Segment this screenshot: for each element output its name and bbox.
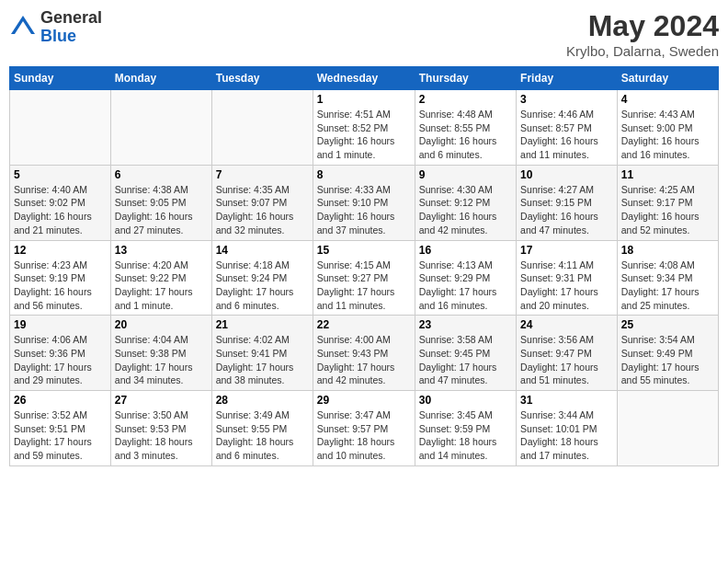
day-info: Sunrise: 4:51 AM Sunset: 8:52 PM Dayligh…	[317, 108, 411, 162]
day-info: Sunrise: 4:20 AM Sunset: 9:22 PM Dayligh…	[115, 259, 208, 313]
day-number: 4	[621, 93, 714, 106]
location: Krylbo, Dalarna, Sweden	[566, 43, 719, 59]
calendar-cell	[10, 90, 111, 166]
calendar-cell: 19Sunrise: 4:06 AM Sunset: 9:36 PM Dayli…	[10, 316, 111, 391]
day-info: Sunrise: 3:45 AM Sunset: 9:59 PM Dayligh…	[419, 408, 512, 463]
day-number: 28	[216, 394, 309, 407]
calendar-cell: 7Sunrise: 4:35 AM Sunset: 9:07 PM Daylig…	[211, 165, 313, 240]
weekday-header-wednesday: Wednesday	[313, 67, 415, 90]
day-info: Sunrise: 4:08 AM Sunset: 9:34 PM Dayligh…	[621, 259, 714, 313]
calendar-cell: 30Sunrise: 3:45 AM Sunset: 9:59 PM Dayli…	[415, 391, 516, 466]
day-info: Sunrise: 4:33 AM Sunset: 9:10 PM Dayligh…	[317, 183, 411, 237]
day-info: Sunrise: 3:44 AM Sunset: 10:01 PM Daylig…	[520, 408, 613, 463]
weekday-header-sunday: Sunday	[10, 67, 111, 90]
day-number: 9	[419, 168, 512, 181]
day-info: Sunrise: 4:30 AM Sunset: 9:12 PM Dayligh…	[419, 183, 512, 237]
logo-icon	[9, 14, 37, 41]
day-info: Sunrise: 4:27 AM Sunset: 9:15 PM Dayligh…	[520, 183, 613, 237]
day-info: Sunrise: 3:54 AM Sunset: 9:49 PM Dayligh…	[621, 333, 714, 387]
week-row-1: 1Sunrise: 4:51 AM Sunset: 8:52 PM Daylig…	[10, 90, 719, 166]
calendar-cell: 29Sunrise: 3:47 AM Sunset: 9:57 PM Dayli…	[313, 391, 415, 466]
calendar-cell: 22Sunrise: 4:00 AM Sunset: 9:43 PM Dayli…	[313, 316, 415, 391]
day-info: Sunrise: 3:58 AM Sunset: 9:45 PM Dayligh…	[419, 333, 512, 387]
day-number: 24	[520, 318, 613, 331]
day-number: 7	[216, 168, 309, 181]
day-number: 17	[520, 244, 613, 257]
weekday-header-row: SundayMondayTuesdayWednesdayThursdayFrid…	[10, 67, 719, 90]
week-row-3: 12Sunrise: 4:23 AM Sunset: 9:19 PM Dayli…	[10, 240, 719, 316]
calendar-cell: 28Sunrise: 3:49 AM Sunset: 9:55 PM Dayli…	[211, 391, 313, 466]
day-info: Sunrise: 4:25 AM Sunset: 9:17 PM Dayligh…	[621, 183, 714, 237]
logo-general: General	[40, 9, 102, 28]
day-number: 15	[317, 244, 411, 257]
day-number: 14	[216, 244, 309, 257]
day-number: 18	[621, 244, 714, 257]
day-info: Sunrise: 4:11 AM Sunset: 9:31 PM Dayligh…	[520, 259, 613, 313]
day-number: 27	[115, 394, 208, 407]
calendar-cell: 31Sunrise: 3:44 AM Sunset: 10:01 PM Dayl…	[517, 391, 618, 466]
day-info: Sunrise: 4:02 AM Sunset: 9:41 PM Dayligh…	[216, 333, 309, 387]
day-number: 23	[419, 318, 512, 331]
calendar-cell	[211, 90, 313, 166]
day-number: 29	[317, 394, 411, 407]
day-info: Sunrise: 4:06 AM Sunset: 9:36 PM Dayligh…	[14, 333, 107, 387]
week-row-4: 19Sunrise: 4:06 AM Sunset: 9:36 PM Dayli…	[10, 316, 719, 391]
weekday-header-saturday: Saturday	[617, 67, 718, 90]
day-number: 16	[419, 244, 512, 257]
day-info: Sunrise: 3:47 AM Sunset: 9:57 PM Dayligh…	[317, 408, 411, 463]
day-number: 10	[520, 168, 613, 181]
calendar-table: SundayMondayTuesdayWednesdayThursdayFrid…	[9, 66, 719, 466]
month-year: May 2024	[566, 9, 719, 43]
calendar-cell: 16Sunrise: 4:13 AM Sunset: 9:29 PM Dayli…	[415, 240, 516, 316]
calendar-cell: 10Sunrise: 4:27 AM Sunset: 9:15 PM Dayli…	[517, 165, 618, 240]
day-info: Sunrise: 4:35 AM Sunset: 9:07 PM Dayligh…	[216, 183, 309, 237]
calendar-cell: 6Sunrise: 4:38 AM Sunset: 9:05 PM Daylig…	[110, 165, 211, 240]
weekday-header-thursday: Thursday	[415, 67, 516, 90]
day-info: Sunrise: 4:43 AM Sunset: 9:00 PM Dayligh…	[621, 108, 714, 162]
day-info: Sunrise: 3:50 AM Sunset: 9:53 PM Dayligh…	[115, 408, 208, 463]
page-header: General Blue May 2024 Krylbo, Dalarna, S…	[9, 9, 719, 59]
calendar-cell: 21Sunrise: 4:02 AM Sunset: 9:41 PM Dayli…	[211, 316, 313, 391]
day-info: Sunrise: 3:52 AM Sunset: 9:51 PM Dayligh…	[14, 408, 107, 463]
day-number: 3	[520, 93, 613, 106]
day-info: Sunrise: 4:18 AM Sunset: 9:24 PM Dayligh…	[216, 259, 309, 313]
day-number: 5	[14, 168, 107, 181]
day-number: 6	[115, 168, 208, 181]
calendar-cell: 2Sunrise: 4:48 AM Sunset: 8:55 PM Daylig…	[415, 90, 516, 166]
calendar-cell: 12Sunrise: 4:23 AM Sunset: 9:19 PM Dayli…	[10, 240, 111, 316]
calendar-cell	[617, 391, 718, 466]
day-number: 12	[14, 244, 107, 257]
day-number: 13	[115, 244, 208, 257]
day-number: 30	[419, 394, 512, 407]
calendar-cell: 17Sunrise: 4:11 AM Sunset: 9:31 PM Dayli…	[517, 240, 618, 316]
day-number: 2	[419, 93, 512, 106]
day-number: 22	[317, 318, 411, 331]
logo-blue: Blue	[40, 28, 102, 46]
day-number: 31	[520, 394, 613, 407]
calendar-cell: 9Sunrise: 4:30 AM Sunset: 9:12 PM Daylig…	[415, 165, 516, 240]
calendar-cell: 8Sunrise: 4:33 AM Sunset: 9:10 PM Daylig…	[313, 165, 415, 240]
day-number: 8	[317, 168, 411, 181]
week-row-5: 26Sunrise: 3:52 AM Sunset: 9:51 PM Dayli…	[10, 391, 719, 466]
title-block: May 2024 Krylbo, Dalarna, Sweden	[566, 9, 719, 59]
day-info: Sunrise: 4:13 AM Sunset: 9:29 PM Dayligh…	[419, 259, 512, 313]
day-number: 21	[216, 318, 309, 331]
weekday-header-friday: Friday	[517, 67, 618, 90]
calendar-cell: 14Sunrise: 4:18 AM Sunset: 9:24 PM Dayli…	[211, 240, 313, 316]
day-info: Sunrise: 4:46 AM Sunset: 8:57 PM Dayligh…	[520, 108, 613, 162]
calendar-cell: 20Sunrise: 4:04 AM Sunset: 9:38 PM Dayli…	[110, 316, 211, 391]
calendar-cell: 1Sunrise: 4:51 AM Sunset: 8:52 PM Daylig…	[313, 90, 415, 166]
weekday-header-tuesday: Tuesday	[211, 67, 313, 90]
calendar-cell: 13Sunrise: 4:20 AM Sunset: 9:22 PM Dayli…	[110, 240, 211, 316]
day-number: 11	[621, 168, 714, 181]
day-number: 20	[115, 318, 208, 331]
logo-text: General Blue	[40, 9, 102, 46]
day-info: Sunrise: 4:23 AM Sunset: 9:19 PM Dayligh…	[14, 259, 107, 313]
calendar-cell	[110, 90, 211, 166]
day-info: Sunrise: 4:00 AM Sunset: 9:43 PM Dayligh…	[317, 333, 411, 387]
day-number: 1	[317, 93, 411, 106]
day-number: 19	[14, 318, 107, 331]
week-row-2: 5Sunrise: 4:40 AM Sunset: 9:02 PM Daylig…	[10, 165, 719, 240]
day-info: Sunrise: 3:49 AM Sunset: 9:55 PM Dayligh…	[216, 408, 309, 463]
day-info: Sunrise: 4:15 AM Sunset: 9:27 PM Dayligh…	[317, 259, 411, 313]
